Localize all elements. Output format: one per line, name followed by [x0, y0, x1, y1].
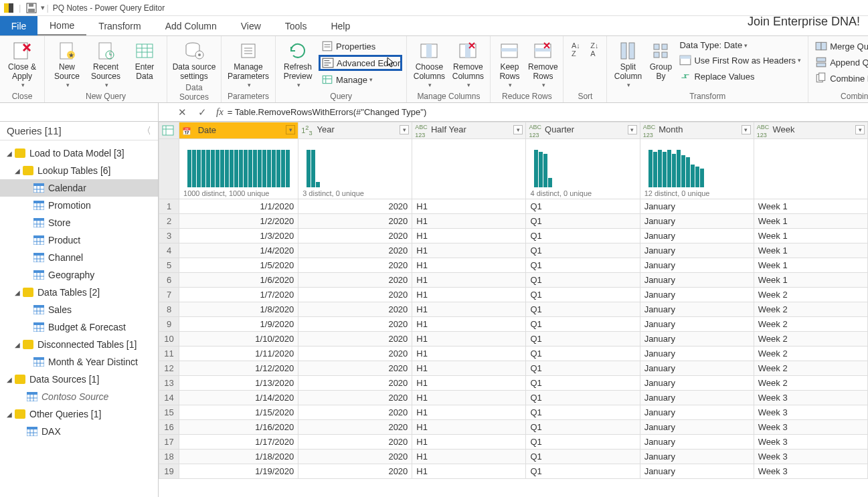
table-row[interactable]: 131/13/20202020H1Q1JanuaryWeek 2	[159, 376, 868, 391]
table-row[interactable]: 121/12/20202020H1Q1JanuaryWeek 2	[159, 361, 868, 376]
cell[interactable]: Week 2	[754, 361, 867, 376]
folder-other-queries[interactable]: ◢Other Queries [1]	[0, 405, 158, 423]
folder-load-to-model[interactable]: ◢Load to Data Model [3]	[0, 144, 158, 162]
table-row[interactable]: 11/1/20202020H1Q1JanuaryWeek 1	[159, 199, 868, 214]
cell[interactable]: Q1	[526, 243, 640, 258]
remove-columns-button[interactable]: Remove Columns	[448, 37, 487, 88]
table-row[interactable]: 71/7/20202020H1Q1JanuaryWeek 2	[159, 288, 868, 302]
cell[interactable]: H1	[412, 258, 526, 273]
column-header-date[interactable]: 📅 Date▾	[179, 122, 298, 139]
cell[interactable]: 1/10/2020	[179, 332, 298, 346]
cell[interactable]: Q1	[526, 229, 640, 243]
cell[interactable]: Week 3	[754, 420, 867, 435]
tab-transform[interactable]: Transform	[86, 16, 153, 35]
cell[interactable]: Week 3	[754, 405, 867, 420]
cell[interactable]: H1	[412, 464, 526, 479]
sort-asc-button[interactable]: A↓Z	[566, 37, 585, 58]
cell[interactable]: Week 1	[754, 258, 867, 273]
cell[interactable]: 1/1/2020	[179, 199, 298, 214]
row-number[interactable]: 13	[159, 376, 179, 391]
cell[interactable]: H1	[412, 214, 526, 229]
cell[interactable]: Q1	[526, 317, 640, 332]
table-row[interactable]: 31/3/20202020H1Q1JanuaryWeek 1	[159, 229, 868, 243]
query-item-dax[interactable]: DAX	[0, 423, 158, 440]
cell[interactable]: 1/12/2020	[179, 361, 298, 376]
cell[interactable]: 2020	[298, 450, 412, 464]
cell[interactable]: Week 1	[754, 229, 867, 243]
properties-button[interactable]: Properties	[319, 39, 402, 54]
table-row[interactable]: 171/17/20202020H1Q1JanuaryWeek 3	[159, 435, 868, 450]
cell[interactable]: January	[640, 464, 754, 479]
cell[interactable]: Q1	[526, 420, 640, 435]
cell[interactable]: Q1	[526, 199, 640, 214]
row-number[interactable]: 16	[159, 420, 179, 435]
cell[interactable]: January	[640, 288, 754, 302]
cell[interactable]: Q1	[526, 376, 640, 391]
table-row[interactable]: 191/19/20202020H1Q1JanuaryWeek 3	[159, 464, 868, 479]
qat-dropdown-icon[interactable]: ▾	[41, 3, 45, 12]
query-item-channel[interactable]: Channel	[0, 249, 158, 266]
cell[interactable]: H1	[412, 199, 526, 214]
split-column-button[interactable]: Split Column	[610, 37, 646, 88]
cell[interactable]: Week 2	[754, 317, 867, 332]
cell[interactable]: January	[640, 258, 754, 273]
row-number[interactable]: 9	[159, 317, 179, 332]
row-number[interactable]: 18	[159, 450, 179, 464]
choose-columns-button[interactable]: Choose Columns	[410, 37, 448, 88]
row-number[interactable]: 8	[159, 302, 179, 317]
cell[interactable]: 1/18/2020	[179, 450, 298, 464]
cell[interactable]: Q1	[526, 435, 640, 450]
cell[interactable]: January	[640, 450, 754, 464]
cell[interactable]: H1	[412, 229, 526, 243]
cell[interactable]: H1	[412, 332, 526, 346]
cell[interactable]: 1/3/2020	[179, 229, 298, 243]
cell[interactable]: 2020	[298, 405, 412, 420]
cell[interactable]: H1	[412, 376, 526, 391]
cell[interactable]: Week 1	[754, 199, 867, 214]
cell[interactable]: Q1	[526, 450, 640, 464]
data-source-settings-button[interactable]: Data source settings	[170, 37, 218, 82]
cell[interactable]: H1	[412, 302, 526, 317]
cell[interactable]: Q1	[526, 214, 640, 229]
tab-home[interactable]: Home	[37, 16, 86, 35]
cell[interactable]: 1/16/2020	[179, 420, 298, 435]
query-item-sales[interactable]: Sales	[0, 301, 158, 318]
cell[interactable]: H1	[412, 391, 526, 405]
cell[interactable]: 2020	[298, 273, 412, 288]
cell[interactable]: H1	[412, 243, 526, 258]
cell[interactable]: 2020	[298, 199, 412, 214]
cell[interactable]: Week 1	[754, 243, 867, 258]
cell[interactable]: 2020	[298, 243, 412, 258]
cell[interactable]: 2020	[298, 346, 412, 361]
folder-data-sources[interactable]: ◢Data Sources [1]	[0, 371, 158, 388]
cell[interactable]: Q1	[526, 346, 640, 361]
remove-rows-button[interactable]: Remove Rows	[525, 37, 560, 88]
cell[interactable]: 1/6/2020	[179, 273, 298, 288]
cell[interactable]: Week 2	[754, 288, 867, 302]
cell[interactable]: Q1	[526, 405, 640, 420]
table-row[interactable]: 41/4/20202020H1Q1JanuaryWeek 1	[159, 243, 868, 258]
cell[interactable]: 1/9/2020	[179, 317, 298, 332]
cell[interactable]: 1/11/2020	[179, 346, 298, 361]
cell[interactable]: Q1	[526, 302, 640, 317]
manage-parameters-button[interactable]: Manage Parameters	[224, 37, 272, 88]
cell[interactable]: 2020	[298, 391, 412, 405]
cell[interactable]: 2020	[298, 229, 412, 243]
enter-data-button[interactable]: Enter Data	[125, 37, 164, 82]
cell[interactable]: January	[640, 346, 754, 361]
query-item-promotion[interactable]: Promotion	[0, 197, 158, 214]
tab-help[interactable]: Help	[319, 16, 362, 35]
row-number[interactable]: 5	[159, 258, 179, 273]
cell[interactable]: 2020	[298, 420, 412, 435]
formula-commit-icon[interactable]: ✓	[192, 106, 212, 118]
cell[interactable]: Q1	[526, 361, 640, 376]
cell[interactable]: Week 3	[754, 464, 867, 479]
cell[interactable]: January	[640, 243, 754, 258]
append-queries-button[interactable]: Append Queries	[812, 55, 868, 70]
cell[interactable]: Week 3	[754, 435, 867, 450]
cell[interactable]: 1/14/2020	[179, 391, 298, 405]
cell[interactable]: 1/8/2020	[179, 302, 298, 317]
query-item-month-year-distinct[interactable]: Month & Year Distinct	[0, 353, 158, 371]
cell[interactable]: 2020	[298, 258, 412, 273]
cell[interactable]: January	[640, 391, 754, 405]
